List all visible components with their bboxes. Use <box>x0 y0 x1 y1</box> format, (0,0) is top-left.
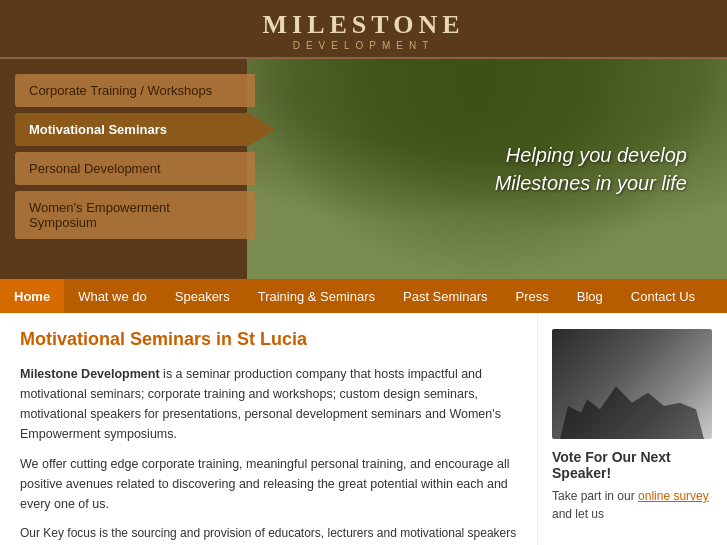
main-navigation: Home What we do Speakers Training & Semi… <box>0 279 727 313</box>
speaker-image <box>552 329 712 439</box>
nav-speakers[interactable]: Speakers <box>161 279 244 313</box>
nav-blog[interactable]: Blog <box>563 279 617 313</box>
tagline-line1: Helping you develop <box>506 144 687 166</box>
nav-home[interactable]: Home <box>0 279 64 313</box>
brand-subtitle: DEVELOPMENT <box>0 40 727 51</box>
tagline-line2: Milestones in your life <box>495 172 687 194</box>
key-focus-text: Our Key focus is the sourcing and provis… <box>20 524 517 545</box>
hero-tagline: Helping you develop Milestones in your l… <box>495 141 687 197</box>
hero-nav-corporate[interactable]: Corporate Training / Workshops <box>15 74 255 107</box>
page-title: Motivational Seminars in St Lucia <box>20 329 517 350</box>
nav-press[interactable]: Press <box>502 279 563 313</box>
hero-section: Helping you develop Milestones in your l… <box>0 59 727 279</box>
vote-text-pre: Take part in our <box>552 489 638 503</box>
sidebar: Vote For Our Next Speaker! Take part in … <box>537 313 727 545</box>
brand-title: MILESTONE <box>0 10 727 40</box>
main-content: Motivational Seminars in St Lucia Milest… <box>0 313 537 545</box>
nav-what-we-do[interactable]: What we do <box>64 279 161 313</box>
hero-nav-womens[interactable]: Women's Empowerment Symposium <box>15 191 255 239</box>
content-area: Motivational Seminars in St Lucia Milest… <box>0 313 727 545</box>
nav-past-seminars[interactable]: Past Seminars <box>389 279 502 313</box>
survey-link[interactable]: online survey <box>638 489 709 503</box>
vote-description: Take part in our online survey and let u… <box>552 487 713 523</box>
nav-contact[interactable]: Contact Us <box>617 279 709 313</box>
hero-navigation: Corporate Training / Workshops Motivatio… <box>0 59 280 260</box>
hero-nav-motivational[interactable]: Motivational Seminars <box>15 113 275 146</box>
hero-nav-personal[interactable]: Personal Development <box>15 152 255 185</box>
nav-training[interactable]: Training & Seminars <box>244 279 389 313</box>
vote-text-post: and let us <box>552 507 604 521</box>
vote-title: Vote For Our Next Speaker! <box>552 449 713 481</box>
hero-background: Helping you develop Milestones in your l… <box>247 59 727 279</box>
site-header: MILESTONE DEVELOPMENT <box>0 0 727 59</box>
body-paragraph: We offer cutting edge corporate training… <box>20 454 517 514</box>
intro-paragraph: Milestone Development is a seminar produ… <box>20 364 517 444</box>
intro-bold: Milestone Development <box>20 367 160 381</box>
